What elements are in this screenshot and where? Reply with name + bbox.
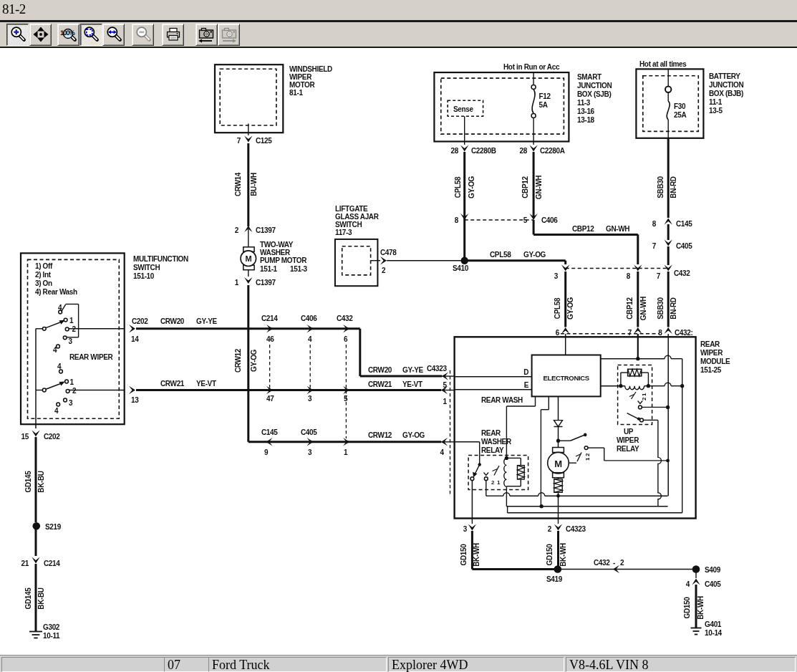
svg-text:G401: G401 xyxy=(705,620,722,628)
svg-text:BATTERY: BATTERY xyxy=(709,72,740,80)
svg-text:CRW20: CRW20 xyxy=(160,317,185,325)
svg-text:BOX (BJB): BOX (BJB) xyxy=(709,90,743,97)
svg-text:8: 8 xyxy=(652,220,657,228)
svg-text:C202: C202 xyxy=(132,317,148,325)
svg-text:GN-WH: GN-WH xyxy=(639,297,647,320)
svg-text:13-18: 13-18 xyxy=(577,116,595,124)
svg-text:BN-RD: BN-RD xyxy=(670,176,677,198)
svg-text:3: 3 xyxy=(554,272,559,280)
svg-text:6: 6 xyxy=(344,335,348,343)
svg-text:8: 8 xyxy=(627,272,631,280)
svg-text:CBP12: CBP12 xyxy=(572,225,594,233)
svg-text:MODULE: MODULE xyxy=(700,357,730,365)
svg-text:CBP12: CBP12 xyxy=(521,176,529,198)
svg-text:TWO-WAY: TWO-WAY xyxy=(260,241,294,249)
svg-text:GY-OG: GY-OG xyxy=(468,176,475,198)
svg-text:21: 21 xyxy=(21,560,29,567)
svg-text:C432: C432 xyxy=(674,269,690,277)
svg-text:C406: C406 xyxy=(541,216,558,224)
svg-text:7: 7 xyxy=(237,137,241,145)
svg-text:1: 1 xyxy=(70,378,74,386)
svg-text:GY-OG: GY-OG xyxy=(250,349,258,372)
svg-text:C406: C406 xyxy=(301,315,317,322)
svg-text:-: - xyxy=(613,559,615,567)
svg-text:GY-YE: GY-YE xyxy=(196,317,217,325)
svg-text:SWITCH: SWITCH xyxy=(335,221,362,229)
svg-text:CRW20: CRW20 xyxy=(368,366,392,374)
svg-text:REAR: REAR xyxy=(481,429,501,437)
svg-text:GN-WH: GN-WH xyxy=(535,176,543,199)
svg-text:C214: C214 xyxy=(44,560,60,567)
svg-text:JUNCTION: JUNCTION xyxy=(577,82,612,90)
svg-text:47: 47 xyxy=(266,395,274,403)
svg-text:BK-WH: BK-WH xyxy=(473,543,480,567)
svg-text:S419: S419 xyxy=(546,575,563,583)
svg-text:SWITCH: SWITCH xyxy=(133,264,160,272)
svg-text:13: 13 xyxy=(131,396,139,404)
svg-text:C405: C405 xyxy=(676,242,692,250)
svg-text:GY-OG: GY-OG xyxy=(402,431,425,439)
svg-text:YE-VT: YE-VT xyxy=(196,380,216,388)
svg-text:13-5: 13-5 xyxy=(709,107,723,115)
svg-text:C202: C202 xyxy=(44,433,60,441)
svg-text:14: 14 xyxy=(131,335,139,343)
svg-text:GY-OG: GY-OG xyxy=(566,297,574,320)
svg-text:UP: UP xyxy=(624,428,634,436)
svg-text:2: 2 xyxy=(72,387,77,395)
svg-text:MOTOR: MOTOR xyxy=(289,81,315,89)
svg-text:LIFTGATE: LIFTGATE xyxy=(335,205,368,213)
svg-text:GD150: GD150 xyxy=(683,597,691,619)
svg-text:C145: C145 xyxy=(676,220,692,228)
svg-text:10-14: 10-14 xyxy=(705,629,723,637)
svg-text:C478: C478 xyxy=(380,249,397,256)
svg-text:5A: 5A xyxy=(539,101,548,109)
svg-text:WASHER: WASHER xyxy=(260,249,291,256)
svg-text:4: 4 xyxy=(54,407,59,415)
svg-text:3: 3 xyxy=(308,395,312,403)
svg-text:BK-WH: BK-WH xyxy=(559,543,567,567)
svg-text:3: 3 xyxy=(308,448,312,456)
svg-text:M: M xyxy=(245,254,251,263)
svg-text:3) On: 3) On xyxy=(35,279,52,287)
svg-text:S219: S219 xyxy=(45,523,62,531)
svg-text:D: D xyxy=(523,368,528,376)
svg-text:CRW21: CRW21 xyxy=(368,380,392,388)
svg-text:GD150: GD150 xyxy=(546,544,554,566)
svg-text:C1397: C1397 xyxy=(256,279,276,287)
svg-text:GLASS AJAR: GLASS AJAR xyxy=(335,213,380,221)
svg-text:GD145: GD145 xyxy=(24,471,32,493)
svg-text:4: 4 xyxy=(308,335,312,343)
svg-text:WIPER: WIPER xyxy=(700,349,723,357)
svg-text:7: 7 xyxy=(628,329,632,337)
svg-text:C432:: C432: xyxy=(675,329,693,337)
svg-text:2: 2 xyxy=(620,559,624,567)
svg-text:CRW12: CRW12 xyxy=(234,348,242,373)
svg-text:GY-OG: GY-OG xyxy=(523,251,546,259)
svg-text:46: 46 xyxy=(266,335,274,343)
svg-text:C125: C125 xyxy=(256,137,272,145)
svg-text:6: 6 xyxy=(556,329,560,337)
svg-text:BOX (SJB): BOX (SJB) xyxy=(577,90,611,98)
svg-text:RELAY: RELAY xyxy=(481,446,504,454)
svg-text:4: 4 xyxy=(686,580,690,588)
svg-text:CBP12: CBP12 xyxy=(626,297,634,319)
svg-text:PUMP MOTOR: PUMP MOTOR xyxy=(260,256,307,264)
svg-text:BK-WH: BK-WH xyxy=(697,596,705,620)
svg-text:GY-YE: GY-YE xyxy=(402,366,423,374)
svg-text:C2280B: C2280B xyxy=(471,147,496,155)
svg-text:G302: G302 xyxy=(43,623,60,631)
svg-text:11-1: 11-1 xyxy=(709,98,723,106)
svg-text:151-25: 151-25 xyxy=(700,366,722,374)
svg-text:REAR WIPER: REAR WIPER xyxy=(69,353,114,361)
svg-text:151-10: 151-10 xyxy=(133,272,155,280)
svg-text:4: 4 xyxy=(57,363,62,370)
svg-text:CPL58: CPL58 xyxy=(454,176,462,198)
svg-text:BN-RD: BN-RD xyxy=(670,297,677,320)
svg-text:2: 2 xyxy=(548,525,552,533)
svg-text:28: 28 xyxy=(520,147,528,155)
svg-text:28: 28 xyxy=(451,147,459,155)
svg-text:SBB30: SBB30 xyxy=(657,176,665,198)
svg-text:3: 3 xyxy=(463,525,468,533)
svg-text:WIPER: WIPER xyxy=(617,436,639,444)
svg-text:C145: C145 xyxy=(261,428,278,436)
